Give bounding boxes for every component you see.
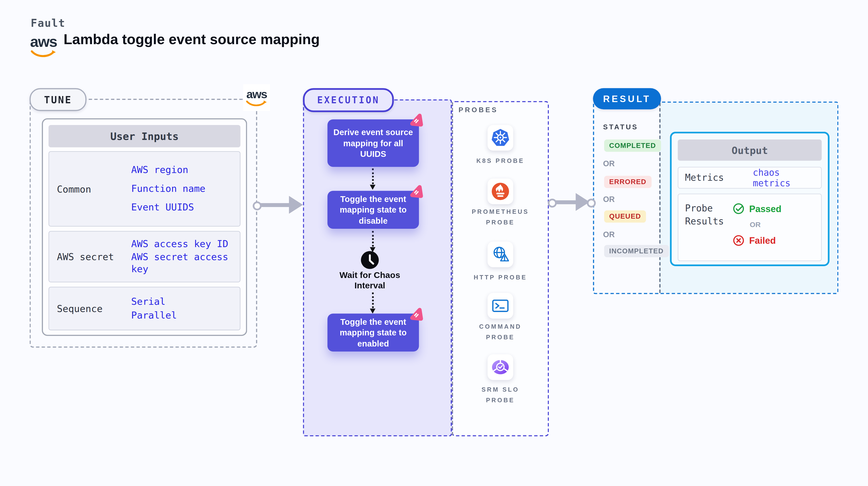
srm-slo-pie-check-icon xyxy=(488,354,513,380)
prometheus-icon xyxy=(488,179,513,204)
probe-label-prometheus: PROMETHEUS PROBE xyxy=(461,207,539,227)
or-label: OR xyxy=(603,159,615,168)
probe-label-text: PROMETHEUS PROBE xyxy=(468,207,533,227)
execution-pill: EXECUTION xyxy=(303,88,394,112)
diagram-canvas: Fault aws Lambda toggle event source map… xyxy=(0,0,868,486)
arrow-tail-circle xyxy=(548,199,557,208)
aws-logo: aws xyxy=(29,34,58,58)
or-label: OR xyxy=(603,230,615,239)
chaos-pink-badge-icon xyxy=(408,113,424,129)
product-label: Fault xyxy=(31,17,65,29)
probe-label-srm-slo: SRM SLO PROBE xyxy=(461,385,539,405)
row-label: Sequence xyxy=(49,287,131,330)
arrow-tail-circle xyxy=(253,202,261,210)
input-link-parallel[interactable]: Parallel xyxy=(131,310,240,322)
result-pill: RESULT xyxy=(593,88,661,109)
check-circle-icon xyxy=(733,203,745,215)
aws-logo-text: aws xyxy=(246,88,267,100)
input-link-aws-secret-access-key[interactable]: AWS secret access key xyxy=(131,251,240,275)
input-link-event-uuids[interactable]: Event UUIDS xyxy=(131,202,240,214)
status-heading: STATUS xyxy=(603,123,638,131)
probe-label-command: COMMAND PROBE xyxy=(461,322,539,342)
arrow-head-circle xyxy=(587,199,596,208)
input-link-aws-access-key-id[interactable]: AWS access key ID xyxy=(131,238,240,250)
step-label: Derive event source mapping for all UUID… xyxy=(333,127,413,159)
table-row-common: Common AWS region Function name Event UU… xyxy=(49,151,240,226)
or-label: OR xyxy=(603,195,615,204)
probe-label-text: COMMAND PROBE xyxy=(473,322,527,342)
aws-logo-tile: aws xyxy=(243,84,270,111)
output-header: Output xyxy=(678,140,822,161)
probe-label-text: SRM SLO PROBE xyxy=(478,385,523,405)
status-badge-incompleted: INCOMPLETED xyxy=(604,245,669,257)
table-row-aws-secret: AWS secret AWS access key ID AWS secret … xyxy=(49,231,240,282)
arrow-shaft xyxy=(258,203,290,207)
flow-dotted-connector xyxy=(372,293,374,308)
probe-results-row: Probe Results Passed OR Failed xyxy=(678,193,822,261)
kubernetes-icon xyxy=(488,125,513,151)
aws-smile-icon xyxy=(31,50,56,58)
row-label: Common xyxy=(49,152,131,226)
probes-title: PROBES xyxy=(459,106,498,114)
page-title: Lambda toggle event source mapping xyxy=(64,31,320,47)
row-label: AWS secret xyxy=(49,232,131,282)
aws-logo-text: aws xyxy=(30,34,57,50)
flow-dotted-connector xyxy=(372,169,374,184)
chaos-pink-badge-icon xyxy=(408,184,424,200)
step-label: Toggle the event mapping state to enable… xyxy=(333,316,413,349)
metrics-row: Metrics chaos metrics xyxy=(678,167,822,188)
status-badge-queued: QUEUED xyxy=(604,210,646,223)
wait-step-label: Wait for Chaos Interval xyxy=(331,270,409,291)
aws-smile-icon xyxy=(246,100,267,107)
arrow-head xyxy=(289,196,303,214)
terminal-icon xyxy=(488,293,513,318)
output-card: Output Metrics chaos metrics Probe Resul… xyxy=(670,132,829,266)
input-link-aws-region[interactable]: AWS region xyxy=(131,164,240,176)
probe-results-label: Probe Results xyxy=(678,194,733,261)
flow-dotted-connector xyxy=(372,231,374,247)
user-inputs-header: User Inputs xyxy=(49,125,240,147)
x-circle-icon xyxy=(733,234,745,247)
clock-icon xyxy=(361,251,379,269)
chaos-metrics-link[interactable]: chaos metrics xyxy=(753,167,821,188)
or-label: OR xyxy=(750,220,781,229)
http-globe-warning-icon xyxy=(488,242,513,267)
metrics-label: Metrics xyxy=(685,173,724,183)
result-divider xyxy=(659,102,660,293)
chaos-pink-badge-icon xyxy=(408,307,424,323)
table-row-sequence: Sequence Serial Parallel xyxy=(49,287,240,330)
flow-arrowhead xyxy=(370,309,375,314)
arrow-shaft xyxy=(553,200,577,204)
flow-arrowhead xyxy=(370,185,375,190)
execution-step-derive-mapping: Derive event source mapping for all UUID… xyxy=(328,119,419,167)
status-badge-errored: ERRORED xyxy=(604,176,651,188)
status-badge-completed: COMPLETED xyxy=(604,140,661,152)
passed-label: Passed xyxy=(749,204,781,214)
tune-pill: TUNE xyxy=(30,88,87,111)
probe-label-http: HTTP PROBE xyxy=(461,272,539,282)
failed-label: Failed xyxy=(749,235,776,246)
execution-step-toggle-disable: Toggle the event mapping state to disabl… xyxy=(328,191,419,229)
input-link-serial[interactable]: Serial xyxy=(131,295,240,307)
user-inputs-table: User Inputs Common AWS region Function n… xyxy=(42,118,247,336)
step-label: Toggle the event mapping state to disabl… xyxy=(333,193,413,226)
input-link-function-name[interactable]: Function name xyxy=(131,183,240,195)
probes-left-divider xyxy=(452,102,453,435)
probe-label-k8s: K8S PROBE xyxy=(461,156,539,166)
execution-step-toggle-enable: Toggle the event mapping state to enable… xyxy=(328,314,419,352)
